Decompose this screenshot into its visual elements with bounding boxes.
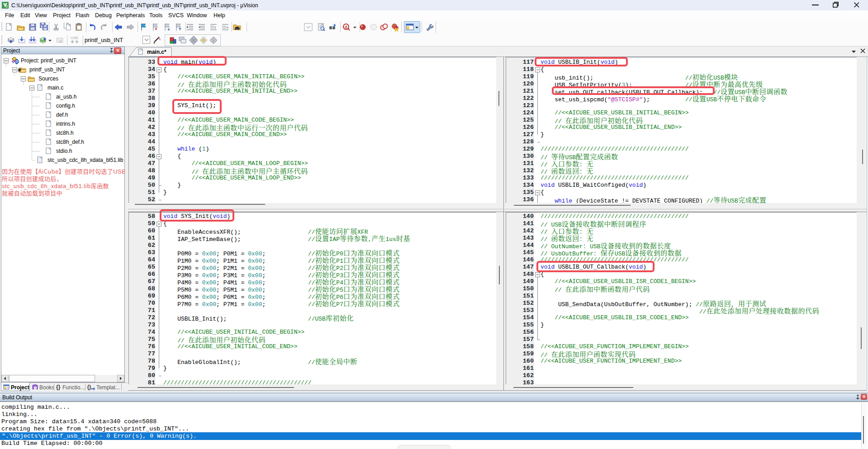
svg-text:5: 5 xyxy=(6,5,8,8)
svg-text:d: d xyxy=(345,25,347,29)
svg-text:LOAD: LOAD xyxy=(71,36,78,39)
svg-text:?: ? xyxy=(34,387,36,390)
